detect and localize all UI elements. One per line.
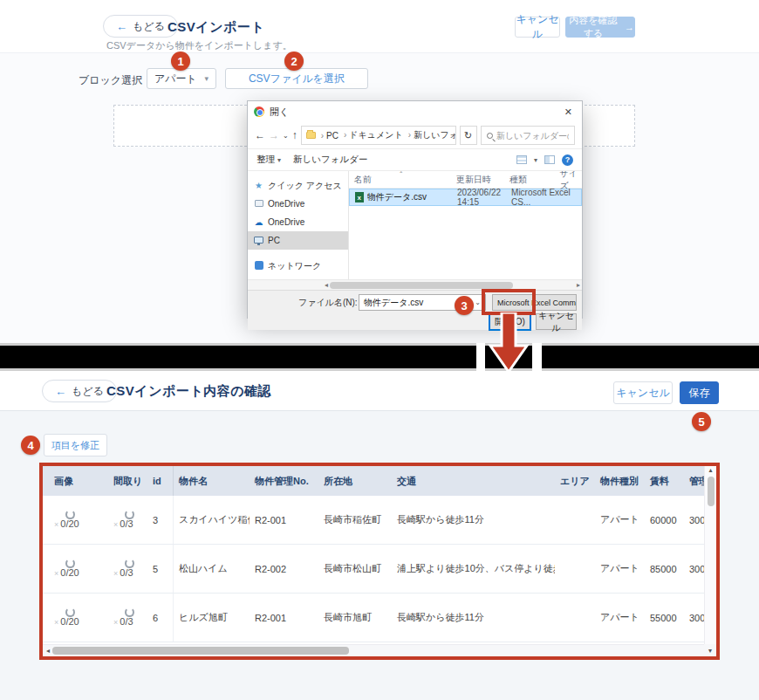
sidebar-item-label: OneDrive xyxy=(268,217,304,227)
fix-items-button[interactable]: 項目を修正 xyxy=(44,434,107,456)
network-icon xyxy=(254,261,263,271)
spinner-icon xyxy=(125,559,134,568)
filename-label: ファイル名(N): xyxy=(298,297,358,309)
x-icon: × xyxy=(113,618,118,627)
sidebar-item-onedrive[interactable]: ☁ OneDrive xyxy=(248,213,348,231)
pc-icon xyxy=(254,237,263,245)
column-header-label: 名前 xyxy=(354,175,372,184)
back-arrow-icon: ← xyxy=(116,21,127,32)
scroll-up-icon[interactable]: ▴ xyxy=(708,466,712,474)
nav-history-chevron-icon[interactable]: ⌄ xyxy=(283,132,289,140)
spinner-icon xyxy=(65,559,75,568)
scroll-right-icon[interactable]: ▸ xyxy=(577,281,580,289)
cell-mgmt-no: R2-002 xyxy=(250,545,318,593)
spinner-icon xyxy=(65,510,75,519)
step-badge-1: 1 xyxy=(171,51,190,71)
step-badge-2: 2 xyxy=(284,51,304,71)
file-date: 2023/06/22 14:15 xyxy=(457,188,511,207)
breadcrumb-segment[interactable]: ドキュメント xyxy=(341,129,403,141)
dialog-titlebar[interactable]: 開く ✕ xyxy=(248,101,582,122)
file-row-selected[interactable]: 物件データ.csv 2023/06/22 14:15 Microsoft Exc… xyxy=(349,189,582,206)
folder-icon xyxy=(306,132,316,139)
view-mode-icon[interactable] xyxy=(516,155,527,164)
cell-type: アパート xyxy=(595,545,645,593)
bottom-header: ← もどる CSVインポート内容の確認 キャンセル 保存 xyxy=(0,371,759,411)
cell-access: 浦上駅より徒歩10分、バス停より徒歩5分 xyxy=(392,545,555,593)
column-header-type[interactable]: 種類 xyxy=(504,174,555,186)
refresh-icon: ↻ xyxy=(464,130,472,141)
table-horizontal-scrollbar[interactable]: ◂ ▸ xyxy=(43,644,716,656)
organize-label: 整理 xyxy=(256,154,275,164)
sidebar-item-pc[interactable]: PC xyxy=(248,231,348,250)
preview-table-highlight: 画像 間取り id 物件名 物件管理No. 所在地 交通 エリア 物件種別 賃料… xyxy=(39,463,720,660)
scroll-left-icon[interactable]: ◂ xyxy=(325,281,328,289)
back-button[interactable]: ← もどる xyxy=(42,380,117,402)
new-folder-button[interactable]: 新しいフォルダー xyxy=(293,154,367,166)
toolbar-right: ▾ ? xyxy=(516,154,573,166)
col-access: 交通 xyxy=(392,466,555,496)
cancel-button[interactable]: キャンセル xyxy=(613,381,673,404)
save-button[interactable]: 保存 xyxy=(680,381,719,404)
dialog-cancel-button[interactable]: キャンセル xyxy=(536,313,577,330)
cell-type: アパート xyxy=(595,496,645,544)
scrollbar-thumb[interactable] xyxy=(330,282,513,289)
cell-access: 長崎駅から徒歩11分 xyxy=(392,496,555,544)
cloud-icon: ☁ xyxy=(254,218,263,227)
search-box[interactable] xyxy=(481,126,575,145)
confirm-arrow-icon: → xyxy=(625,22,634,32)
page-title: CSVインポート内容の確認 xyxy=(106,383,271,400)
column-header-date[interactable]: 更新日時 xyxy=(451,174,504,186)
file-list-header: 名前 ˆ 更新日時 種類 サイズ xyxy=(349,171,582,189)
scroll-left-icon[interactable]: ◂ xyxy=(46,647,50,655)
scroll-down-icon[interactable]: ▾ xyxy=(704,644,716,656)
column-header-name[interactable]: 名前 ˆ xyxy=(349,174,451,186)
image-upload-counter: ×0/20 xyxy=(54,609,79,627)
refresh-button[interactable]: ↻ xyxy=(460,126,477,145)
windows-open-dialog: 開く ✕ ← → ⌄ ↑ PC ドキュメント 新しいフォルダー ⌄ ↻ xyxy=(247,100,583,319)
preview-table: 画像 間取り id 物件名 物件管理No. 所在地 交通 エリア 物件種別 賃料… xyxy=(43,466,716,656)
back-button[interactable]: ← もどる xyxy=(103,15,178,38)
nav-back-icon[interactable]: ← xyxy=(255,129,265,141)
confirm-button[interactable]: 内容を確認する → xyxy=(565,17,635,38)
dialog-toolbar: 整理 ▾ 新しいフォルダー ▾ ? xyxy=(248,148,582,171)
address-breadcrumb[interactable]: PC ドキュメント 新しいフォルダー ⌄ xyxy=(301,126,456,145)
column-header-size[interactable]: サイズ xyxy=(554,171,582,192)
cell-access: 長崎駅から徒歩11分 xyxy=(392,594,555,642)
excel-file-icon xyxy=(355,192,364,202)
breadcrumb-segment[interactable]: 新しいフォルダー xyxy=(406,129,456,141)
cancel-button[interactable]: キャンセル xyxy=(515,17,560,38)
search-input[interactable] xyxy=(496,131,569,141)
step-badge-5: 5 xyxy=(692,412,711,431)
sidebar-item-network[interactable]: ネットワーク xyxy=(248,257,348,275)
cell-name: 松山ハイム xyxy=(174,545,250,593)
preview-pane-icon[interactable] xyxy=(544,155,555,164)
upload-count: 0/3 xyxy=(120,518,133,529)
scrollbar-thumb[interactable] xyxy=(52,647,349,655)
table-row: ×0/20 ×0/3 6 ヒルズ旭町 R2-001 長崎市旭町 長崎駅から徒歩1… xyxy=(43,594,716,642)
nav-forward-icon[interactable]: → xyxy=(269,129,279,141)
block-select-dropdown[interactable]: アパート ▾ xyxy=(147,68,216,89)
dialog-sidebar: ★ クイック アクセス OneDrive ☁ OneDrive PC xyxy=(248,171,349,279)
cell-address: 長崎市旭町 xyxy=(318,594,392,642)
sidebar-item-quick-access[interactable]: ★ クイック アクセス xyxy=(248,176,348,195)
block-select-value: アパート xyxy=(154,72,197,86)
table-vertical-scrollbar[interactable]: ▴ xyxy=(704,466,716,644)
help-icon[interactable]: ? xyxy=(562,154,573,166)
sidebar-item-label: クイック アクセス xyxy=(268,180,342,192)
nav-up-icon[interactable]: ↑ xyxy=(292,129,297,141)
filename-caret-icon: ⌄ xyxy=(475,299,481,306)
search-icon xyxy=(487,133,493,139)
sidebar-item-onedrive-personal[interactable]: OneDrive xyxy=(248,195,348,213)
table-row: ×0/20 ×0/3 3 スカイハイツ稲佐 R2-001 長崎市稲佐町 長崎駅か… xyxy=(43,496,716,545)
block-select-label: ブロック選択 xyxy=(79,73,142,88)
csv-file-select-button[interactable]: CSVファイルを選択 xyxy=(225,68,368,89)
scrollbar-thumb[interactable] xyxy=(708,477,715,506)
breadcrumb-segment[interactable]: PC xyxy=(318,131,338,141)
close-icon[interactable]: ✕ xyxy=(561,106,576,118)
view-mode-caret-icon[interactable]: ▾ xyxy=(534,156,537,164)
col-mgmt-no: 物件管理No. xyxy=(250,466,318,496)
back-arrow-icon: ← xyxy=(55,386,66,397)
x-icon: × xyxy=(54,618,58,627)
file-list: 名前 ˆ 更新日時 種類 サイズ 物件データ.csv 2023/06/22 14… xyxy=(349,171,582,279)
organize-menu[interactable]: 整理 ▾ xyxy=(256,154,281,166)
